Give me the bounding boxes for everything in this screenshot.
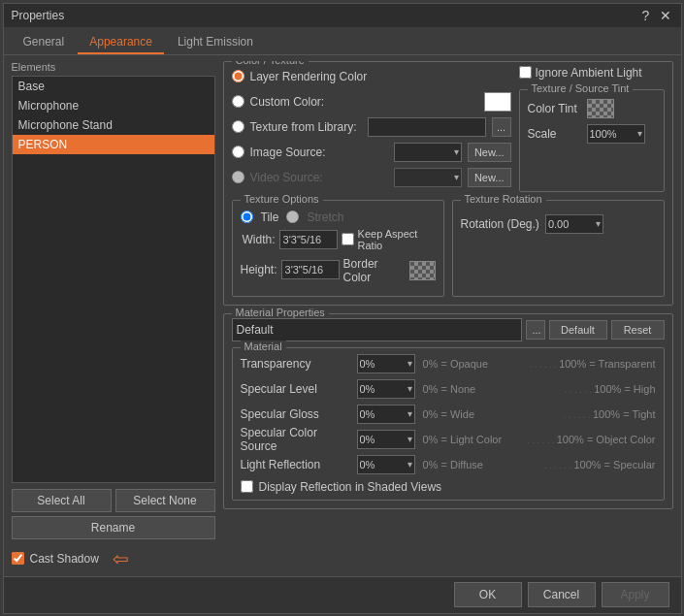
specular-gloss-combo[interactable]: 0% (357, 405, 415, 424)
border-color-row: Border Color (343, 257, 436, 284)
border-color-label: Border Color (343, 257, 405, 284)
specular-color-source-combo[interactable]: 0% (357, 430, 415, 449)
cancel-button[interactable]: Cancel (528, 582, 596, 607)
keep-aspect-checkbox[interactable] (342, 233, 354, 245)
material-reset-button[interactable]: Reset (611, 320, 665, 340)
tile-radio[interactable] (241, 211, 253, 223)
tile-stretch-row: Tile Stretch (241, 211, 436, 224)
select-buttons-row: Select All Select None (12, 489, 215, 512)
specular-color-source-desc-right: 100% = Object Color (557, 434, 656, 445)
light-reflection-combo[interactable]: 0% (357, 455, 415, 474)
material-default-button[interactable]: Default (549, 320, 607, 340)
display-reflection-label: Display Reflection in Shaded Views (259, 480, 442, 494)
height-input[interactable] (281, 260, 340, 279)
specular-gloss-label: Specular Gloss (241, 407, 357, 421)
tab-general[interactable]: General (12, 31, 77, 54)
custom-color-radio[interactable] (232, 95, 244, 108)
title-bar-controls: ? ✕ (638, 9, 673, 22)
list-item-microphone-stand[interactable]: Microphone Stand (13, 115, 214, 135)
custom-color-swatch[interactable] (484, 92, 511, 112)
tabs-bar: General Appearance Light Emission (4, 27, 681, 55)
specular-color-source-row: Specular Color Source 0% 0% = Light Colo… (241, 428, 656, 451)
ignore-ambient-row: Ignore Ambient Light (519, 66, 665, 80)
transparency-combo[interactable]: 0% (357, 354, 415, 373)
texture-library-combo[interactable] (368, 117, 486, 137)
ignore-ambient-label: Ignore Ambient Light (536, 66, 642, 80)
stretch-radio[interactable] (286, 211, 299, 223)
specular-color-source-dots: ...... (527, 434, 556, 445)
texture-library-radio[interactable] (232, 120, 244, 133)
video-source-radio[interactable] (232, 171, 244, 183)
specular-level-dots: ...... (565, 383, 594, 395)
image-source-new-button[interactable]: New... (468, 143, 511, 162)
texture-options-group: Texture Options Tile Stretch Width: (232, 200, 444, 297)
texture-library-browse-button[interactable]: ... (492, 117, 511, 137)
layer-rendering-label: Layer Rendering Color (250, 70, 511, 83)
color-tint-swatch[interactable] (587, 99, 614, 118)
elements-list: Base Microphone Microphone Stand PERSON (12, 76, 215, 483)
rotation-combo[interactable]: 0.00 (545, 214, 603, 234)
transparency-label: Transparency (241, 357, 357, 371)
close-button[interactable]: ✕ (658, 9, 673, 22)
specular-gloss-desc-left: 0% = Wide (415, 408, 564, 420)
specular-color-source-desc-left: 0% = Light Color (415, 434, 528, 445)
tile-label: Tile (261, 211, 279, 224)
apply-button[interactable]: Apply (602, 582, 669, 607)
tab-appearance[interactable]: Appearance (78, 31, 164, 54)
light-reflection-row: Light Reflection 0% 0% = Diffuse ...... … (241, 453, 656, 476)
tab-light-emission[interactable]: Light Emission (166, 31, 265, 54)
list-item-base[interactable]: Base (13, 77, 214, 96)
right-panel: Color / Texture Layer Rendering Color Cu… (223, 61, 673, 570)
image-source-radio[interactable] (232, 146, 244, 158)
scale-key: Scale (528, 127, 581, 141)
display-reflection-row: Display Reflection in Shaded Views (241, 480, 656, 494)
light-reflection-dots: ...... (544, 459, 573, 470)
rename-button[interactable]: Rename (12, 516, 215, 539)
help-button[interactable]: ? (638, 9, 654, 22)
select-all-button[interactable]: Select All (12, 489, 112, 512)
bottom-bar: OK Cancel Apply (4, 576, 681, 613)
transparency-desc-left: 0% = Opaque (415, 358, 530, 370)
scale-row: Scale 100% (528, 123, 656, 145)
width-input[interactable] (279, 230, 338, 249)
ignore-ambient-checkbox[interactable] (519, 66, 532, 79)
stretch-label: Stretch (307, 211, 343, 224)
specular-gloss-dots: ...... (564, 408, 593, 420)
select-none-button[interactable]: Select None (115, 489, 215, 512)
content-area: Elements Base Microphone Microphone Stan… (4, 55, 681, 576)
material-header-row: ... Default Reset (232, 318, 665, 341)
rotation-deg-label: Rotation (Deg.) (461, 217, 539, 231)
video-source-new-button[interactable]: New... (468, 168, 511, 187)
specular-gloss-desc-right: 100% = Tight (593, 408, 656, 420)
width-row: Width: Keep Aspect Ratio (241, 228, 436, 251)
width-label: Width: (241, 233, 276, 246)
custom-color-label: Custom Color: (250, 95, 478, 109)
material-ellipsis-button[interactable]: ... (526, 320, 545, 340)
border-color-swatch[interactable] (409, 261, 435, 280)
texture-library-row: Texture from Library: ... (232, 116, 511, 138)
image-source-row: Image Source: New... (232, 142, 511, 163)
layer-rendering-row: Layer Rendering Color (232, 66, 511, 87)
layer-rendering-radio[interactable] (232, 70, 244, 82)
specular-gloss-row: Specular Gloss 0% 0% = Wide ...... 100% … (241, 403, 656, 426)
video-source-combo[interactable] (394, 168, 462, 187)
arrow-indicator: ⇦ (113, 547, 129, 570)
color-texture-content: Layer Rendering Color Custom Color: Text… (232, 66, 665, 192)
keep-aspect-label: Keep Aspect Ratio (358, 228, 436, 251)
material-name-input[interactable] (232, 318, 522, 341)
video-source-label: Video Source: (250, 171, 388, 184)
specular-level-combo[interactable]: 0% (357, 379, 415, 399)
source-tint-label: Texture / Source Tint (528, 82, 634, 94)
cast-shadow-checkbox[interactable] (12, 552, 24, 565)
display-reflection-checkbox[interactable] (241, 480, 253, 493)
texture-library-label: Texture from Library: (250, 120, 363, 134)
list-item-person[interactable]: PERSON (13, 135, 214, 154)
ok-button[interactable]: OK (454, 582, 522, 607)
image-source-combo[interactable] (394, 143, 462, 162)
scale-combo[interactable]: 100% (587, 124, 645, 144)
list-item-microphone[interactable]: Microphone (13, 96, 214, 115)
transparency-row: Transparency 0% 0% = Opaque ...... 100% … (241, 352, 656, 375)
color-options: Layer Rendering Color Custom Color: Text… (232, 66, 511, 192)
left-panel: Elements Base Microphone Microphone Stan… (12, 61, 215, 570)
cast-shadow-label: Cast Shadow (30, 552, 99, 566)
